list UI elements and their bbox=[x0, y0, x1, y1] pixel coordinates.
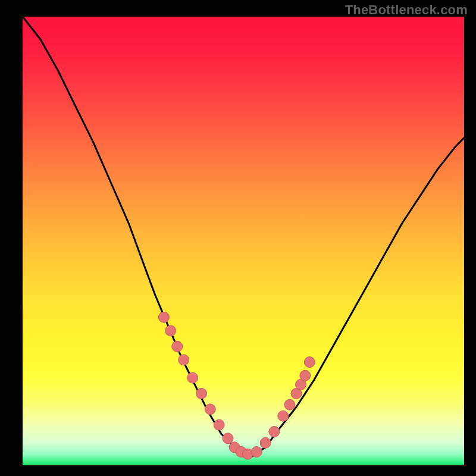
plot-area bbox=[23, 17, 464, 465]
curve-marker bbox=[223, 433, 233, 444]
curve-marker bbox=[278, 411, 289, 421]
bottleneck-curve bbox=[23, 17, 464, 456]
curve-marker bbox=[304, 357, 315, 368]
curve-marker bbox=[196, 388, 207, 399]
watermark-label: TheBottleneck.com bbox=[345, 2, 468, 18]
curve-marker bbox=[251, 446, 262, 457]
chart-frame: TheBottleneck.com bbox=[0, 0, 476, 476]
curve-marker bbox=[178, 355, 189, 365]
curve-marker bbox=[269, 427, 280, 437]
curve-marker bbox=[172, 341, 183, 352]
curve-marker bbox=[205, 404, 215, 415]
chart-svg bbox=[23, 17, 464, 465]
curve-marker bbox=[214, 419, 224, 430]
curve-marker bbox=[187, 372, 198, 383]
curve-marker bbox=[300, 370, 311, 381]
curve-marker bbox=[158, 312, 169, 322]
curve-marker bbox=[260, 437, 271, 448]
curve-marker bbox=[284, 399, 295, 410]
curve-marker bbox=[165, 325, 176, 336]
